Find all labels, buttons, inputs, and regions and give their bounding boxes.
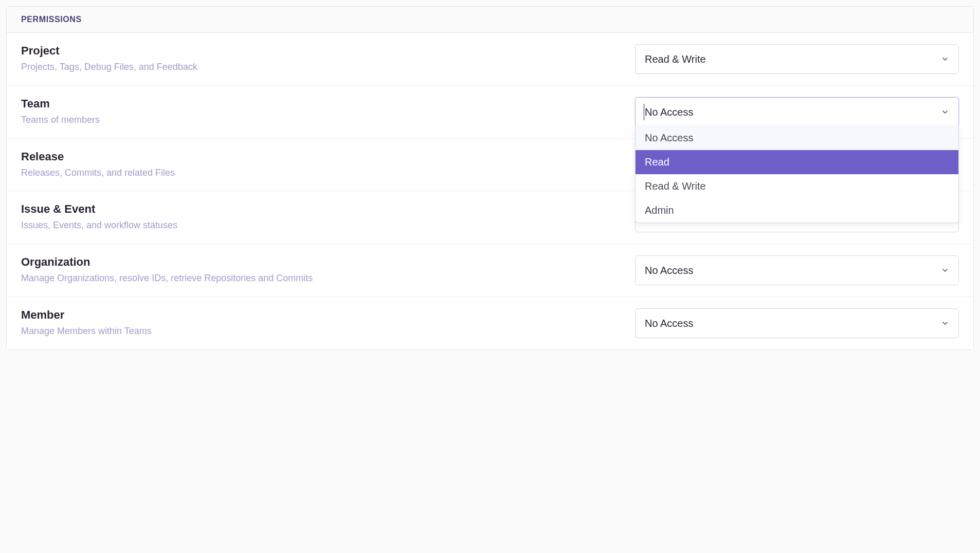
dropdown-option-read[interactable]: Read (636, 150, 958, 174)
row-title-organization: Organization (21, 255, 623, 269)
chevron-down-icon (941, 108, 949, 116)
row-desc-issue-event: Issues, Events, and workflow statuses (21, 219, 623, 232)
row-title-member: Member (21, 308, 623, 322)
member-permission-select[interactable]: No Access (635, 308, 959, 338)
project-permission-select[interactable]: Read & Write (635, 44, 959, 74)
select-value: No Access (645, 106, 693, 118)
permission-row-organization: Organization Manage Organizations, resol… (7, 244, 973, 297)
dropdown-option-read-write[interactable]: Read & Write (636, 174, 958, 198)
permission-row-member: Member Manage Members within Teams No Ac… (7, 297, 973, 349)
chevron-down-icon (941, 55, 949, 63)
row-title-team: Team (21, 97, 623, 110)
select-value: No Access (645, 318, 693, 329)
permission-row-team: Team Teams of members No Access No Acces… (7, 86, 973, 139)
organization-permission-select[interactable]: No Access (635, 255, 959, 285)
row-title-project: Project (21, 44, 623, 58)
dropdown-option-no-access[interactable]: No Access (636, 126, 958, 150)
select-value: No Access (645, 265, 693, 276)
select-value: Read & Write (645, 53, 706, 65)
row-desc-team: Teams of members (21, 114, 623, 126)
permission-row-project: Project Projects, Tags, Debug Files, and… (7, 33, 973, 86)
row-desc-release: Releases, Commits, and related Files (21, 167, 623, 179)
row-desc-member: Manage Members within Teams (21, 325, 623, 338)
row-title-release: Release (21, 150, 623, 163)
panel-header: PERMISSIONS (7, 7, 973, 33)
row-title-issue-event: Issue & Event (21, 202, 623, 216)
permissions-panel: PERMISSIONS Project Projects, Tags, Debu… (6, 6, 974, 350)
chevron-down-icon (941, 266, 949, 274)
team-permission-dropdown: No Access Read Read & Write Admin (635, 126, 959, 223)
chevron-down-icon (941, 319, 949, 327)
panel-title: PERMISSIONS (21, 15, 959, 24)
dropdown-option-admin[interactable]: Admin (636, 198, 958, 223)
row-desc-project: Projects, Tags, Debug Files, and Feedbac… (21, 61, 623, 73)
row-desc-organization: Manage Organizations, resolve IDs, retri… (21, 272, 623, 285)
team-permission-select[interactable]: No Access (635, 97, 959, 127)
